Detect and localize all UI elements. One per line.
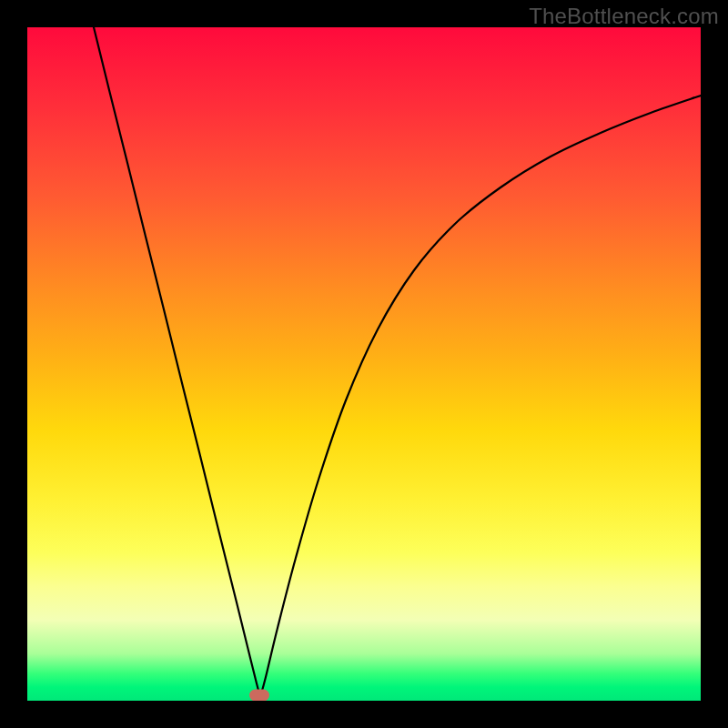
curve-svg [27, 27, 701, 701]
chart-plot-area [27, 27, 701, 701]
watermark-text: TheBottleneck.com [529, 4, 719, 29]
curve-right-branch [260, 96, 701, 697]
curve-left-branch [94, 27, 260, 697]
minimum-marker [249, 690, 269, 702]
